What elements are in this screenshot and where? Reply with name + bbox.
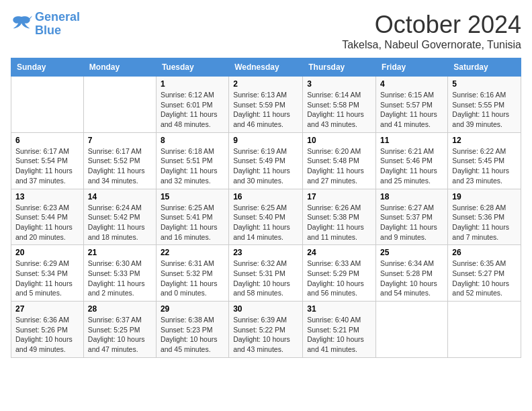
day-cell (11, 77, 84, 133)
day-cell: 27Sunrise: 6:36 AM Sunset: 5:26 PM Dayli… (11, 302, 84, 358)
day-cell: 28Sunrise: 6:37 AM Sunset: 5:25 PM Dayli… (83, 302, 156, 358)
day-info: Sunrise: 6:27 AM Sunset: 5:37 PM Dayligh… (380, 203, 443, 242)
logo-icon (11, 15, 32, 34)
day-cell: 29Sunrise: 6:38 AM Sunset: 5:23 PM Dayli… (156, 302, 228, 358)
day-info: Sunrise: 6:36 AM Sunset: 5:26 PM Dayligh… (15, 315, 79, 355)
day-number: 17 (307, 192, 371, 201)
day-info: Sunrise: 6:18 AM Sunset: 5:51 PM Dayligh… (161, 146, 224, 186)
day-info: Sunrise: 6:39 AM Sunset: 5:22 PM Dayligh… (233, 315, 298, 355)
day-number: 4 (380, 79, 443, 89)
day-info: Sunrise: 6:38 AM Sunset: 5:23 PM Dayligh… (161, 315, 224, 355)
day-cell: 12Sunrise: 6:22 AM Sunset: 5:45 PM Dayli… (448, 132, 521, 189)
day-info: Sunrise: 6:28 AM Sunset: 5:36 PM Dayligh… (452, 203, 517, 242)
header-tuesday: Tuesday (156, 58, 228, 77)
day-info: Sunrise: 6:26 AM Sunset: 5:38 PM Dayligh… (307, 203, 371, 242)
day-number: 24 (307, 248, 371, 257)
day-number: 14 (88, 192, 152, 201)
day-number: 7 (88, 136, 152, 145)
day-number: 15 (161, 192, 224, 201)
day-number: 23 (233, 248, 298, 257)
day-info: Sunrise: 6:32 AM Sunset: 5:31 PM Dayligh… (233, 259, 298, 298)
day-info: Sunrise: 6:12 AM Sunset: 6:01 PM Dayligh… (161, 90, 224, 130)
day-cell: 23Sunrise: 6:32 AM Sunset: 5:31 PM Dayli… (229, 245, 303, 302)
day-cell: 21Sunrise: 6:30 AM Sunset: 5:33 PM Dayli… (83, 245, 156, 302)
day-cell: 10Sunrise: 6:20 AM Sunset: 5:48 PM Dayli… (303, 132, 376, 189)
week-row-4: 20Sunrise: 6:29 AM Sunset: 5:34 PM Dayli… (11, 245, 521, 302)
day-info: Sunrise: 6:31 AM Sunset: 5:32 PM Dayligh… (161, 259, 224, 298)
day-cell: 3Sunrise: 6:14 AM Sunset: 5:58 PM Daylig… (303, 77, 376, 133)
day-number: 28 (88, 304, 152, 314)
header-friday: Friday (376, 58, 448, 77)
day-cell: 22Sunrise: 6:31 AM Sunset: 5:32 PM Dayli… (156, 245, 228, 302)
day-info: Sunrise: 6:15 AM Sunset: 5:57 PM Dayligh… (380, 90, 443, 130)
day-cell: 24Sunrise: 6:33 AM Sunset: 5:29 PM Dayli… (303, 245, 376, 302)
day-number: 30 (233, 304, 298, 314)
day-info: Sunrise: 6:22 AM Sunset: 5:45 PM Dayligh… (452, 146, 517, 186)
day-info: Sunrise: 6:33 AM Sunset: 5:29 PM Dayligh… (307, 259, 371, 298)
calendar-header: SundayMondayTuesdayWednesdayThursdayFrid… (11, 58, 521, 77)
week-row-5: 27Sunrise: 6:36 AM Sunset: 5:26 PM Dayli… (11, 302, 521, 358)
day-info: Sunrise: 6:25 AM Sunset: 5:40 PM Dayligh… (233, 203, 298, 242)
day-number: 18 (380, 192, 443, 201)
day-number: 20 (15, 248, 79, 257)
day-info: Sunrise: 6:34 AM Sunset: 5:28 PM Dayligh… (380, 259, 443, 298)
day-cell: 6Sunrise: 6:17 AM Sunset: 5:54 PM Daylig… (11, 132, 84, 189)
day-info: Sunrise: 6:35 AM Sunset: 5:27 PM Dayligh… (452, 259, 517, 298)
day-number: 8 (161, 136, 224, 145)
day-cell: 20Sunrise: 6:29 AM Sunset: 5:34 PM Dayli… (11, 245, 84, 302)
day-info: Sunrise: 6:25 AM Sunset: 5:41 PM Dayligh… (161, 203, 224, 242)
day-number: 29 (161, 304, 224, 314)
day-cell: 7Sunrise: 6:17 AM Sunset: 5:52 PM Daylig… (83, 132, 156, 189)
location-subtitle: Takelsa, Nabeul Governorate, Tunisia (342, 39, 521, 51)
day-number: 31 (307, 304, 371, 314)
header-wednesday: Wednesday (229, 58, 303, 77)
day-cell: 8Sunrise: 6:18 AM Sunset: 5:51 PM Daylig… (156, 132, 228, 189)
day-cell: 16Sunrise: 6:25 AM Sunset: 5:40 PM Dayli… (229, 189, 303, 245)
day-cell: 31Sunrise: 6:40 AM Sunset: 5:21 PM Dayli… (303, 302, 376, 358)
header-sunday: Sunday (11, 58, 84, 77)
day-info: Sunrise: 6:16 AM Sunset: 5:55 PM Dayligh… (452, 90, 517, 130)
title-block: October 2024 Takelsa, Nabeul Governorate… (342, 11, 521, 51)
day-info: Sunrise: 6:14 AM Sunset: 5:58 PM Dayligh… (307, 90, 371, 130)
week-row-1: 1Sunrise: 6:12 AM Sunset: 6:01 PM Daylig… (11, 77, 521, 133)
day-number: 27 (15, 304, 79, 314)
day-number: 1 (161, 79, 224, 89)
logo: General Blue (11, 11, 80, 38)
day-cell (448, 302, 521, 358)
day-cell: 15Sunrise: 6:25 AM Sunset: 5:41 PM Dayli… (156, 189, 228, 245)
day-info: Sunrise: 6:13 AM Sunset: 5:59 PM Dayligh… (233, 90, 298, 130)
day-cell: 25Sunrise: 6:34 AM Sunset: 5:28 PM Dayli… (376, 245, 448, 302)
day-info: Sunrise: 6:17 AM Sunset: 5:52 PM Dayligh… (88, 146, 152, 186)
day-info: Sunrise: 6:20 AM Sunset: 5:48 PM Dayligh… (307, 146, 371, 186)
day-cell: 30Sunrise: 6:39 AM Sunset: 5:22 PM Dayli… (229, 302, 303, 358)
day-cell: 9Sunrise: 6:19 AM Sunset: 5:49 PM Daylig… (229, 132, 303, 189)
day-number: 22 (161, 248, 224, 257)
header-saturday: Saturday (448, 58, 521, 77)
day-number: 21 (88, 248, 152, 257)
day-cell: 19Sunrise: 6:28 AM Sunset: 5:36 PM Dayli… (448, 189, 521, 245)
calendar-body: 1Sunrise: 6:12 AM Sunset: 6:01 PM Daylig… (11, 77, 521, 358)
day-info: Sunrise: 6:37 AM Sunset: 5:25 PM Dayligh… (88, 315, 152, 355)
day-cell: 4Sunrise: 6:15 AM Sunset: 5:57 PM Daylig… (376, 77, 448, 133)
month-title: October 2024 (342, 11, 521, 39)
day-cell: 1Sunrise: 6:12 AM Sunset: 6:01 PM Daylig… (156, 77, 228, 133)
day-info: Sunrise: 6:17 AM Sunset: 5:54 PM Dayligh… (15, 146, 79, 186)
day-cell: 18Sunrise: 6:27 AM Sunset: 5:37 PM Dayli… (376, 189, 448, 245)
day-info: Sunrise: 6:30 AM Sunset: 5:33 PM Dayligh… (88, 259, 152, 298)
calendar-table: SundayMondayTuesdayWednesdayThursdayFrid… (11, 58, 521, 358)
day-number: 16 (233, 192, 298, 201)
day-number: 9 (233, 136, 298, 145)
day-cell: 13Sunrise: 6:23 AM Sunset: 5:44 PM Dayli… (11, 189, 84, 245)
header-monday: Monday (83, 58, 156, 77)
day-number: 3 (307, 79, 371, 89)
day-info: Sunrise: 6:24 AM Sunset: 5:42 PM Dayligh… (88, 203, 152, 242)
day-number: 10 (307, 136, 371, 145)
day-number: 26 (452, 248, 517, 257)
day-cell: 26Sunrise: 6:35 AM Sunset: 5:27 PM Dayli… (448, 245, 521, 302)
day-cell (376, 302, 448, 358)
day-cell (83, 77, 156, 133)
day-cell: 17Sunrise: 6:26 AM Sunset: 5:38 PM Dayli… (303, 189, 376, 245)
day-cell: 2Sunrise: 6:13 AM Sunset: 5:59 PM Daylig… (229, 77, 303, 133)
day-info: Sunrise: 6:21 AM Sunset: 5:46 PM Dayligh… (380, 146, 443, 186)
week-row-2: 6Sunrise: 6:17 AM Sunset: 5:54 PM Daylig… (11, 132, 521, 189)
